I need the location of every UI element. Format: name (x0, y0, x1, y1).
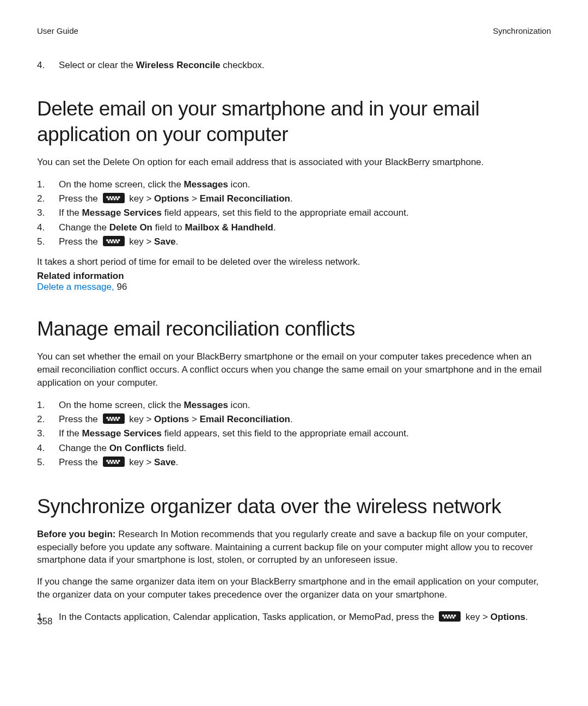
blackberry-key-icon (439, 611, 461, 622)
list-item: 2. Press the key > Options > Email Recon… (37, 412, 551, 427)
list-item: 1. On the home screen, click the Message… (37, 178, 551, 192)
step-text: If the Message Services field appears, s… (59, 206, 551, 220)
sec1-steps: 1. On the home screen, click the Message… (37, 178, 551, 249)
section-intro: You can set the Delete On option for eac… (37, 156, 551, 169)
list-item: 4. Select or clear the Wireless Reconcil… (37, 58, 551, 72)
list-item: 1. On the home screen, click the Message… (37, 398, 551, 412)
step-number: 4. (37, 441, 59, 455)
step-number: 3. (37, 206, 59, 220)
running-header: User Guide Synchronization (37, 26, 551, 35)
list-item: 4. Change the On Conflicts field. (37, 441, 551, 455)
blackberry-key-icon (103, 413, 125, 424)
sec3-steps: 1. In the Contacts application, Calendar… (37, 610, 551, 624)
step-text: Select or clear the Wireless Reconcile c… (59, 58, 551, 72)
page-number: 358 (37, 616, 52, 627)
step-text: Change the Delete On field to Mailbox & … (59, 221, 551, 235)
step-number: 3. (37, 427, 59, 441)
step-text: On the home screen, click the Messages i… (59, 398, 551, 412)
step-text: Press the key > Save. (59, 455, 551, 470)
list-item: 1. In the Contacts application, Calendar… (37, 610, 551, 624)
list-item: 5. Press the key > Save. (37, 455, 551, 470)
step-number: 1. (37, 398, 59, 412)
related-info-heading: Related information (37, 271, 551, 282)
step-text: In the Contacts application, Calendar ap… (59, 610, 551, 624)
section-heading-sync-organizer: Synchronize organizer data over the wire… (37, 494, 551, 519)
header-right: Synchronization (493, 26, 551, 35)
related-info-line: Delete a message, 96 (37, 282, 551, 293)
blackberry-key-icon (103, 193, 125, 203)
list-item: 3. If the Message Services field appears… (37, 206, 551, 220)
sec1-note: It takes a short period of time for emai… (37, 255, 551, 269)
step-number: 4. (37, 58, 59, 72)
sec3-p1: Before you begin: Research In Motion rec… (37, 528, 551, 567)
step-number: 1. (37, 178, 59, 192)
section-heading-conflicts: Manage email reconciliation conflicts (37, 317, 551, 342)
intro-step-list: 4. Select or clear the Wireless Reconcil… (37, 58, 551, 72)
section-intro: You can set whether the email on your Bl… (37, 350, 551, 389)
blackberry-key-icon (103, 236, 125, 246)
step-text: Change the On Conflicts field. (59, 441, 551, 455)
section-heading-delete-email: Delete email on your smartphone and in y… (37, 96, 551, 147)
step-number: 5. (37, 235, 59, 249)
step-text: If the Message Services field appears, s… (59, 427, 551, 441)
sec2-steps: 1. On the home screen, click the Message… (37, 398, 551, 470)
header-left: User Guide (37, 26, 78, 35)
step-text: Press the key > Options > Email Reconcil… (59, 412, 551, 427)
list-item: 3. If the Message Services field appears… (37, 427, 551, 441)
step-number: 4. (37, 221, 59, 235)
list-item: 4. Change the Delete On field to Mailbox… (37, 221, 551, 235)
step-number: 5. (37, 455, 59, 470)
list-item: 5. Press the key > Save. (37, 235, 551, 249)
step-text: On the home screen, click the Messages i… (59, 178, 551, 192)
related-link-delete-message[interactable]: Delete a message, (37, 282, 114, 292)
step-text: Press the key > Options > Email Reconcil… (59, 192, 551, 206)
list-item: 2. Press the key > Options > Email Recon… (37, 192, 551, 206)
step-text: Press the key > Save. (59, 235, 551, 249)
step-number: 2. (37, 412, 59, 427)
sec3-p2: If you change the same organizer data it… (37, 575, 551, 601)
blackberry-key-icon (103, 457, 125, 467)
step-number: 2. (37, 192, 59, 206)
page-content: User Guide Synchronization 4. Select or … (0, 0, 588, 624)
